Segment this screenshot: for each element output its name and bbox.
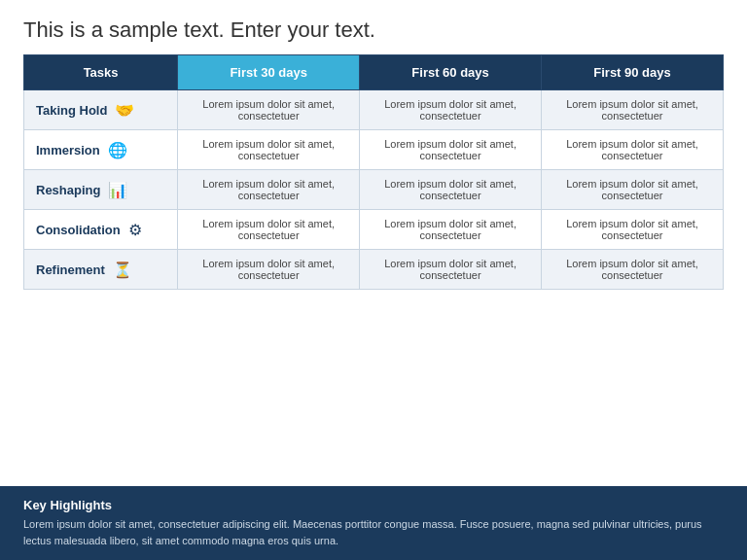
table-row: Taking Hold🤝Lorem ipsum dolor sit amet, … bbox=[24, 90, 724, 130]
main-table: Tasks First 30 days First 60 days First … bbox=[23, 54, 724, 290]
task-cell: Refinement⏳ bbox=[24, 250, 178, 290]
cell-col60: Lorem ipsum dolor sit amet, consectetuer bbox=[360, 130, 542, 170]
cell-col30: Lorem ipsum dolor sit amet, consectetuer bbox=[178, 210, 360, 250]
table-row: Refinement⏳Lorem ipsum dolor sit amet, c… bbox=[24, 250, 724, 290]
globe-icon: 🌐 bbox=[108, 141, 127, 159]
col-header-60: First 60 days bbox=[360, 55, 542, 90]
cell-col60: Lorem ipsum dolor sit amet, consectetuer bbox=[360, 210, 542, 250]
table-wrapper: Tasks First 30 days First 60 days First … bbox=[0, 54, 747, 480]
task-cell: Reshaping📊 bbox=[24, 170, 178, 210]
hourglass-icon: ⏳ bbox=[113, 261, 132, 279]
table-row: Immersion🌐Lorem ipsum dolor sit amet, co… bbox=[24, 130, 724, 170]
handshake-icon: 🤝 bbox=[115, 101, 134, 120]
cell-col60: Lorem ipsum dolor sit amet, consectetuer bbox=[360, 90, 542, 130]
task-cell: Consolidation⚙ bbox=[24, 210, 178, 250]
cell-col30: Lorem ipsum dolor sit amet, consectetuer bbox=[178, 250, 360, 290]
cell-col90: Lorem ipsum dolor sit amet, consectetuer bbox=[542, 170, 724, 210]
col-header-tasks: Tasks bbox=[24, 55, 178, 90]
cell-col90: Lorem ipsum dolor sit amet, consectetuer bbox=[542, 130, 724, 170]
footer-title: Key Highlights bbox=[23, 498, 724, 512]
task-cell: Immersion🌐 bbox=[24, 130, 178, 170]
page-title: This is a sample text. Enter your text. bbox=[0, 0, 747, 54]
cell-col30: Lorem ipsum dolor sit amet, consectetuer bbox=[178, 130, 360, 170]
gear-icon: ⚙ bbox=[128, 221, 142, 239]
cell-col90: Lorem ipsum dolor sit amet, consectetuer bbox=[542, 210, 724, 250]
cell-col90: Lorem ipsum dolor sit amet, consectetuer bbox=[542, 90, 724, 130]
task-label: Refinement bbox=[36, 262, 105, 277]
footer-section: Key Highlights Lorem ipsum dolor sit ame… bbox=[0, 486, 747, 560]
task-label: Consolidation bbox=[36, 223, 121, 237]
main-container: This is a sample text. Enter your text. … bbox=[0, 0, 747, 560]
col-header-90: First 90 days bbox=[542, 55, 724, 90]
footer-text: Lorem ipsum dolor sit amet, consectetuer… bbox=[23, 516, 724, 548]
table-row: Reshaping📊Lorem ipsum dolor sit amet, co… bbox=[24, 170, 724, 210]
task-label: Reshaping bbox=[36, 183, 100, 197]
cell-col30: Lorem ipsum dolor sit amet, consectetuer bbox=[178, 90, 360, 130]
table-row: Consolidation⚙Lorem ipsum dolor sit amet… bbox=[24, 210, 724, 250]
cell-col30: Lorem ipsum dolor sit amet, consectetuer bbox=[178, 170, 360, 210]
chart-icon: 📊 bbox=[108, 181, 127, 199]
cell-col60: Lorem ipsum dolor sit amet, consectetuer bbox=[360, 170, 542, 210]
task-cell: Taking Hold🤝 bbox=[24, 90, 178, 130]
task-label: Taking Hold bbox=[36, 103, 107, 118]
col-header-30: First 30 days bbox=[178, 55, 360, 90]
cell-col90: Lorem ipsum dolor sit amet, consectetuer bbox=[542, 250, 724, 290]
cell-col60: Lorem ipsum dolor sit amet, consectetuer bbox=[360, 250, 542, 290]
task-label: Immersion bbox=[36, 143, 100, 158]
